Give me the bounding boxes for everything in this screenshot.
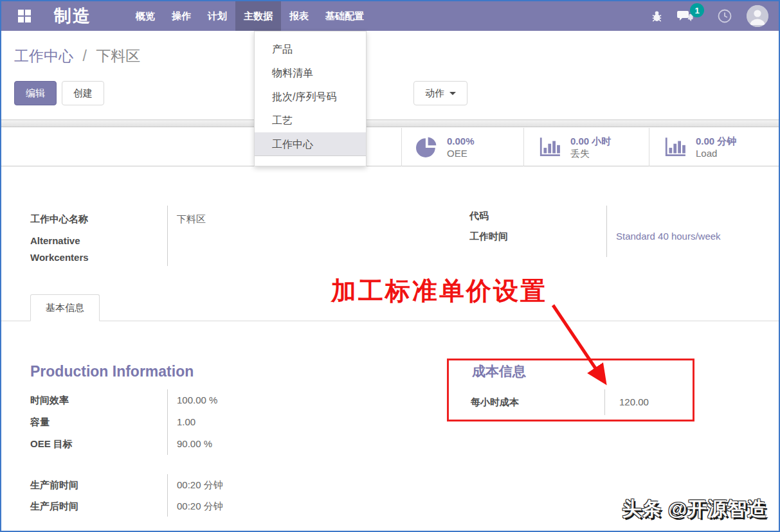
app-window: 制造 概览 操作 计划 主数据 报表 基础配置 1 — [0, 0, 780, 532]
bar-chart-icon — [538, 136, 561, 158]
dropdown-item-products[interactable]: 产品 — [255, 37, 366, 61]
action-dropdown-button[interactable]: 动作 — [413, 81, 467, 105]
stat-oee-value: 0.00% — [447, 135, 475, 147]
watermark-text: 头条 @开源智造 — [622, 496, 767, 522]
production-section-title: Production Information — [30, 363, 194, 380]
stat-load-label: Load — [696, 147, 736, 159]
time-after-prod-label: 生产后时间 — [30, 501, 78, 511]
dropdown-item-lots[interactable]: 批次/序列号码 — [255, 85, 366, 109]
time-after-prod-value[interactable]: 00:20 分钟 — [177, 501, 223, 511]
dropdown-item-workcenters[interactable]: 工作中心 — [255, 132, 366, 156]
menu-planning[interactable]: 计划 — [199, 1, 235, 31]
dropdown-item-routings[interactable]: 工艺 — [255, 109, 366, 132]
stat-lost-value: 0.00 小时 — [570, 135, 611, 147]
menu-master-data[interactable]: 主数据 — [235, 1, 281, 31]
production-fields: 时间效率 容量 OEE 目标 100.00 % 1.00 90.00 % — [30, 389, 307, 455]
production-time-fields: 生产前时间 生产后时间 00:20 分钟 00:20 分钟 — [30, 474, 307, 517]
main-menu: 概览 操作 计划 主数据 报表 基础配置 — [127, 1, 372, 31]
status-strip — [1, 120, 779, 127]
working-time-label: 工作时间 — [469, 231, 508, 242]
top-navbar: 制造 概览 操作 计划 主数据 报表 基础配置 1 — [1, 1, 779, 31]
messages-icon[interactable]: 1 — [677, 9, 694, 23]
time-efficiency-label: 时间效率 — [30, 395, 69, 405]
stat-lost-label: 丢失 — [570, 147, 611, 159]
stat-oee-button[interactable]: 0.00% OEE — [401, 128, 523, 166]
apps-menu-icon[interactable] — [18, 10, 31, 22]
time-before-prod-label: 生产前时间 — [30, 479, 78, 490]
menu-operations[interactable]: 操作 — [163, 1, 199, 31]
debug-bug-icon[interactable] — [651, 10, 663, 22]
create-button[interactable]: 创建 — [62, 81, 104, 105]
navbar-right: 1 — [651, 5, 768, 27]
stat-lost-button[interactable]: 0.00 小时 丢失 — [523, 128, 649, 166]
messages-count-badge: 1 — [690, 3, 704, 17]
chevron-down-icon — [449, 92, 456, 95]
menu-configuration[interactable]: 基础配置 — [317, 1, 372, 31]
stat-oee-label: OEE — [447, 147, 475, 159]
breadcrumb-current: 下料区 — [96, 48, 140, 64]
stat-load-value: 0.00 分钟 — [696, 135, 736, 147]
alternative-workcenters-label: Alternative Workcenters — [30, 233, 114, 266]
user-avatar[interactable] — [747, 5, 768, 27]
annotation-text: 加工标准单价设置 — [331, 274, 547, 308]
oee-target-value[interactable]: 90.00 % — [177, 438, 212, 449]
dropdown-item-bom[interactable]: 物料清单 — [255, 61, 366, 85]
time-before-prod-value[interactable]: 00:20 分钟 — [177, 479, 223, 490]
menu-reporting[interactable]: 报表 — [281, 1, 317, 31]
breadcrumb-separator: / — [82, 48, 86, 64]
workcenter-name-value[interactable]: 下料区 — [177, 213, 206, 224]
activities-clock-icon[interactable] — [717, 8, 732, 24]
capacity-value[interactable]: 1.00 — [177, 416, 195, 427]
tab-divider — [1, 321, 779, 321]
pie-chart-icon — [416, 136, 438, 158]
annotation-highlight-box — [447, 359, 694, 421]
form-group-code-time: 代码 工作时间 Standard 40 hours/week — [469, 206, 765, 257]
tab-general-info[interactable]: 基本信息 — [30, 294, 100, 321]
master-data-dropdown: 产品 物料清单 批次/序列号码 工艺 工作中心 — [254, 31, 367, 166]
time-efficiency-value[interactable]: 100.00 % — [177, 395, 217, 405]
oee-target-label: OEE 目标 — [30, 438, 73, 449]
edit-button[interactable]: 编辑 — [14, 81, 57, 105]
capacity-label: 容量 — [30, 416, 50, 427]
stat-load-button[interactable]: 0.00 分钟 Load — [649, 128, 780, 166]
breadcrumb-workcenters-link[interactable]: 工作中心 — [14, 48, 73, 64]
code-label: 代码 — [469, 210, 489, 221]
app-title[interactable]: 制造 — [54, 4, 91, 28]
action-button-label: 动作 — [425, 87, 444, 100]
menu-overview[interactable]: 概览 — [127, 1, 163, 31]
workcenter-name-label: 工作中心名称 — [30, 213, 88, 224]
breadcrumb: 工作中心 / 下料区 — [14, 46, 140, 66]
form-group-name: 工作中心名称 Alternative Workcenters 下料区 — [30, 206, 307, 266]
working-time-value[interactable]: Standard 40 hours/week — [616, 231, 721, 242]
stat-button-row: 0.00% OEE 0.00 小时 丢失 — [1, 128, 779, 166]
bar-chart-icon — [664, 136, 687, 158]
